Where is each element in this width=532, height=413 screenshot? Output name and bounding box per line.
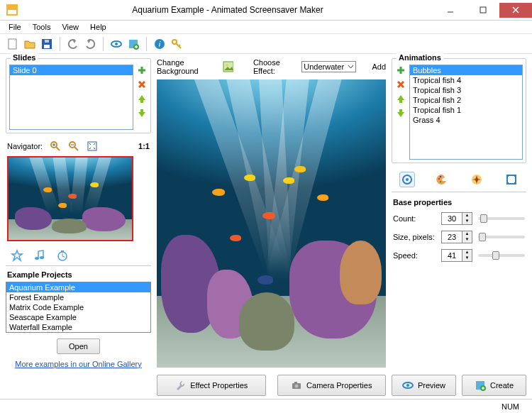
zoom-fit-icon[interactable] [87, 141, 98, 152]
slide-up-icon[interactable] [136, 93, 148, 104]
timer-tab-icon[interactable] [55, 248, 70, 263]
open-example-button[interactable]: Open [57, 338, 100, 354]
example-item[interactable]: Matrix Code Example [6, 302, 150, 312]
svg-line-22 [74, 147, 78, 150]
size-spinner[interactable]: ▲▼ [441, 231, 472, 243]
open-folder-icon[interactable] [23, 37, 37, 51]
svg-rect-23 [88, 142, 96, 150]
svg-rect-1 [8, 10, 16, 14]
close-button[interactable] [499, 3, 532, 18]
example-projects-list[interactable]: Aquarium Example Forest Example Matrix C… [6, 282, 151, 333]
key-icon[interactable] [170, 37, 184, 51]
spinner-down-icon[interactable]: ▼ [462, 255, 472, 261]
camera-properties-button[interactable]: Camera Properties [277, 375, 387, 396]
create-button[interactable]: Create [462, 375, 526, 396]
svg-point-32 [226, 64, 228, 67]
anim-add-icon[interactable] [395, 65, 406, 76]
maximize-button[interactable] [467, 3, 499, 18]
svg-rect-45 [506, 182, 509, 185]
count-slider[interactable] [478, 217, 525, 220]
anim-item[interactable]: Tropical fish 1 [410, 105, 522, 115]
spinner-up-icon[interactable]: ▲ [462, 213, 472, 219]
menu-tools[interactable]: Tools [27, 21, 57, 33]
anim-up-icon[interactable] [395, 93, 406, 104]
svg-point-37 [406, 178, 409, 181]
menu-file[interactable]: File [3, 21, 27, 33]
navigator-row: Navigator: 1:1 [6, 138, 151, 155]
count-label: Count: [393, 214, 436, 223]
direction-props-tab-icon[interactable] [469, 172, 484, 187]
svg-rect-30 [61, 250, 64, 252]
anim-item[interactable]: Tropical fish 2 [410, 95, 522, 105]
new-file-icon[interactable] [6, 37, 20, 51]
svg-rect-44 [514, 175, 516, 177]
example-item[interactable]: Waterfall Example [6, 322, 150, 332]
base-props-tab-icon[interactable] [399, 172, 415, 187]
anim-item[interactable]: Grass 4 [410, 115, 522, 125]
speed-spinner[interactable]: ▲▼ [441, 249, 472, 262]
slides-list[interactable]: Slide 0 [9, 65, 133, 130]
change-background-label[interactable]: Change Background [157, 58, 216, 75]
spinner-down-icon[interactable]: ▼ [462, 237, 472, 243]
camera-icon [291, 380, 302, 391]
svg-rect-8 [44, 45, 50, 48]
slide-item[interactable]: Slide 0 [10, 65, 133, 75]
online-gallery-link[interactable]: More examples in our Online Gallery [15, 360, 142, 368]
preview-icon[interactable] [109, 37, 123, 51]
menu-view[interactable]: View [56, 21, 84, 33]
anim-item[interactable]: Tropical fish 3 [410, 85, 522, 95]
anim-item[interactable]: Bubbles [410, 65, 522, 75]
left-mini-tabs [6, 246, 151, 266]
change-background-icon[interactable] [222, 61, 233, 72]
effect-properties-button[interactable]: Effect Properties [157, 375, 266, 396]
status-bar: NUM [0, 399, 532, 413]
example-item[interactable]: Aquarium Example [6, 282, 150, 292]
svg-point-38 [438, 178, 439, 180]
slide-down-icon[interactable] [136, 107, 148, 119]
canvas[interactable] [157, 79, 386, 368]
window-title: Aquarium Example - Animated Screensaver … [21, 5, 434, 15]
undo-icon[interactable] [66, 37, 80, 51]
anim-item[interactable]: Tropical fish 4 [410, 75, 522, 85]
zoom-out-icon[interactable] [68, 141, 79, 152]
app-icon [3, 1, 21, 19]
bounds-props-tab-icon[interactable] [504, 172, 519, 187]
color-props-tab-icon[interactable] [434, 172, 450, 187]
anim-remove-icon[interactable] [395, 79, 406, 90]
svg-line-20 [56, 147, 60, 150]
menu-help[interactable]: Help [84, 21, 112, 33]
save-icon[interactable] [40, 37, 54, 51]
animations-list[interactable]: Bubbles Tropical fish 4 Tropical fish 3 … [409, 65, 523, 160]
svg-rect-43 [506, 175, 509, 177]
create-icon[interactable] [126, 37, 140, 51]
slide-add-icon[interactable] [136, 65, 148, 76]
favorites-tab-icon[interactable] [10, 248, 24, 263]
info-icon[interactable]: i [153, 37, 167, 51]
anim-down-icon[interactable] [395, 107, 406, 119]
svg-point-48 [406, 384, 409, 387]
navigator-thumbnail[interactable] [7, 156, 133, 241]
minimize-button[interactable] [434, 3, 467, 18]
property-tabs [392, 167, 526, 192]
spinner-up-icon[interactable]: ▲ [462, 250, 472, 255]
zoom-1to1[interactable]: 1:1 [138, 142, 150, 150]
music-tab-icon[interactable] [33, 248, 47, 263]
svg-point-11 [115, 43, 118, 45]
effect-select[interactable]: Underwater [301, 61, 355, 72]
spinner-down-icon[interactable]: ▼ [462, 219, 472, 224]
add-effect-button[interactable]: Add [372, 62, 386, 71]
redo-icon[interactable] [83, 37, 97, 51]
preview-button[interactable]: Preview [392, 375, 456, 396]
zoom-in-icon[interactable] [50, 141, 61, 152]
animations-legend: Animations [397, 53, 443, 62]
example-item[interactable]: Seascape Example [6, 312, 150, 322]
slide-remove-icon[interactable] [136, 79, 148, 90]
eye-icon [402, 380, 414, 391]
spinner-up-icon[interactable]: ▲ [462, 231, 472, 237]
size-slider[interactable] [478, 236, 525, 238]
count-spinner[interactable]: ▲▼ [441, 212, 472, 225]
slides-panel: Slides Slide 0 [6, 58, 151, 133]
menu-bar: File Tools View Help [0, 21, 532, 34]
speed-slider[interactable] [478, 254, 525, 257]
example-item[interactable]: Forest Example [6, 292, 150, 302]
